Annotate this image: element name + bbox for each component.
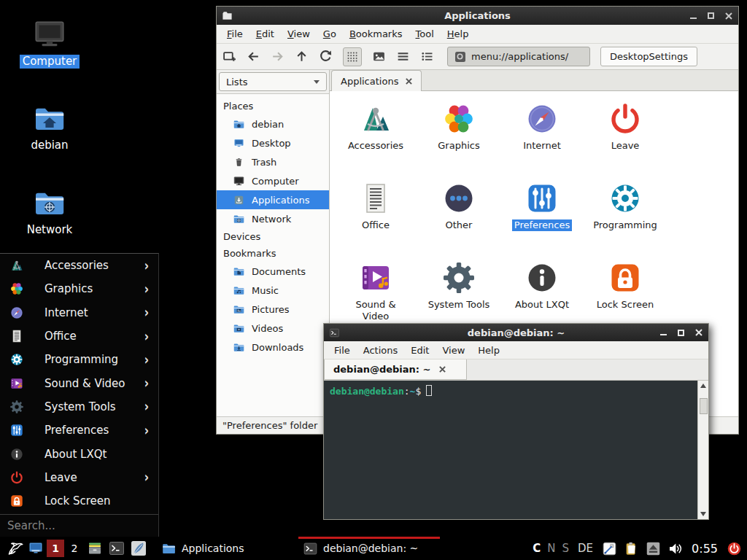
task-applications[interactable]: Applications (157, 537, 290, 560)
menu-go[interactable]: Go (317, 26, 343, 42)
sidebar-item-desktop[interactable]: Desktop (217, 133, 329, 152)
screenshot-tool-icon[interactable] (602, 541, 617, 556)
desktop-settings-button[interactable]: DesktopSettings (600, 47, 697, 66)
app-item-label: Sound & Video (349, 299, 403, 322)
prompt-separator: : (404, 386, 410, 397)
app-menu-item-preferences[interactable]: Preferences (0, 419, 158, 442)
app-item-leave[interactable]: Leave (584, 98, 667, 178)
scroll-up-icon[interactable] (700, 384, 706, 388)
sidebar-item-documents[interactable]: Documents (217, 262, 329, 281)
up-button[interactable] (295, 50, 309, 63)
close-button[interactable] (695, 329, 703, 336)
sidebar-item-debian[interactable]: debian (217, 114, 329, 133)
app-menu-item-programming[interactable]: Programming (0, 348, 158, 371)
app-item-other[interactable]: Other (417, 178, 500, 257)
minimize-button[interactable] (690, 18, 697, 19)
taskbar: 1 2 Applications debian@debian: ~ C N S … (0, 537, 747, 560)
app-menu-search-input[interactable] (0, 519, 158, 532)
app-item-office[interactable]: Office (334, 178, 417, 257)
minimize-button[interactable] (660, 334, 667, 335)
icon-view-button[interactable] (343, 47, 362, 66)
sidebar-item-videos[interactable]: Videos (217, 319, 329, 338)
file-manager-launcher[interactable] (84, 537, 106, 560)
sidebar-item-applications[interactable]: Applications (217, 190, 329, 209)
system-tools-icon (9, 400, 24, 414)
workspace-1-button[interactable]: 1 (47, 540, 64, 557)
tab-close-icon[interactable] (406, 78, 412, 85)
clipboard-icon[interactable] (624, 541, 639, 556)
volume-icon[interactable] (667, 541, 683, 556)
menu-actions[interactable]: Actions (357, 343, 405, 358)
tab-applications[interactable]: Applications (331, 70, 422, 91)
office-icon (9, 329, 24, 343)
scrollbar-thumb[interactable] (700, 398, 708, 414)
app-menu-item-graphics[interactable]: Graphics (0, 277, 158, 300)
maximize-button[interactable] (678, 330, 684, 336)
back-button[interactable] (247, 50, 260, 63)
sidebar-item-downloads[interactable]: Downloads (217, 338, 329, 357)
compact-view-button[interactable] (396, 50, 410, 63)
maximize-button[interactable] (708, 12, 714, 19)
task-terminal[interactable]: debian@debian: ~ (298, 537, 440, 560)
text-editor-launcher[interactable] (128, 537, 150, 560)
desktop-icon-network[interactable]: Network (12, 186, 88, 237)
detailed-view-button[interactable] (420, 50, 434, 63)
menu-bookmarks[interactable]: Bookmarks (343, 26, 409, 42)
terminal-tab[interactable]: debian@debian: ~ (324, 359, 467, 380)
desktop-icon-computer[interactable]: Computer (12, 16, 88, 69)
menu-help[interactable]: Help (471, 343, 506, 358)
power-button-icon[interactable] (727, 541, 742, 556)
workspace-2-button[interactable]: 2 (66, 540, 83, 557)
app-menu-item-about-lxqt[interactable]: About LXQt (0, 442, 158, 465)
menu-view[interactable]: View (436, 343, 471, 358)
app-menu-item-accessories[interactable]: Accessories (0, 254, 158, 277)
forward-button[interactable] (271, 50, 285, 63)
scroll-down-icon[interactable] (700, 512, 706, 516)
lock-screen-icon (9, 494, 24, 508)
menu-edit[interactable]: Edit (249, 26, 281, 42)
app-item-preferences[interactable]: Preferences (500, 178, 584, 257)
sidebar-item-network[interactable]: Network (217, 209, 329, 228)
sidebar-item-computer[interactable]: Computer (217, 171, 329, 190)
menu-view[interactable]: View (281, 26, 317, 42)
app-menu-item-lock-screen[interactable]: Lock Screen (0, 489, 158, 513)
app-menu-item-leave[interactable]: Leave (0, 466, 158, 489)
home-folder-icon (233, 118, 245, 131)
terminal-screen[interactable]: debian@debian:~$ (324, 381, 697, 519)
removable-media-eject-icon[interactable] (646, 541, 661, 556)
app-item-label: Internet (521, 140, 563, 152)
app-item-internet[interactable]: Internet (500, 98, 584, 178)
app-menu-item-office[interactable]: Office (0, 324, 158, 348)
new-tab-button[interactable] (222, 50, 236, 63)
sidebar-item-music[interactable]: Music (217, 281, 329, 300)
refresh-button[interactable] (319, 50, 333, 63)
menu-file[interactable]: File (220, 26, 249, 42)
menu-tool[interactable]: Tool (409, 26, 441, 42)
terminal-titlebar[interactable]: debian@debian: ~ (324, 324, 708, 341)
address-bar[interactable]: menu://applications/ (447, 47, 590, 66)
app-menu-item-internet[interactable]: Internet (0, 301, 158, 324)
show-desktop-button[interactable] (26, 537, 46, 560)
sidebar-item-trash[interactable]: Trash (217, 152, 329, 171)
side-panel-mode-combo[interactable]: Lists (219, 72, 327, 91)
app-item-programming[interactable]: Programming (584, 178, 667, 257)
menu-edit[interactable]: Edit (404, 343, 436, 358)
submenu-arrow-icon (144, 376, 149, 390)
thumbnail-view-button[interactable] (372, 50, 386, 63)
tab-close-icon[interactable] (439, 366, 446, 373)
app-item-accessories[interactable]: Accessories (334, 98, 417, 178)
app-item-graphics[interactable]: Graphics (417, 98, 500, 178)
close-button[interactable] (725, 12, 732, 20)
app-menu-item-sound-video[interactable]: Sound & Video (0, 371, 158, 394)
terminal-scrollbar[interactable] (697, 381, 708, 519)
app-menu-item-system-tools[interactable]: System Tools (0, 395, 158, 419)
app-menu-button[interactable] (4, 537, 26, 560)
file-manager-titlebar[interactable]: Applications (217, 7, 738, 25)
terminal-launcher[interactable] (106, 537, 128, 560)
menu-file[interactable]: File (328, 343, 357, 358)
keyboard-layout-indicator[interactable]: DE (578, 542, 593, 555)
sidebar-item-pictures[interactable]: Pictures (217, 300, 329, 319)
desktop-icon-debian[interactable]: debian (12, 101, 88, 152)
clock[interactable]: 0:55 (692, 542, 718, 556)
menu-help[interactable]: Help (441, 26, 476, 42)
